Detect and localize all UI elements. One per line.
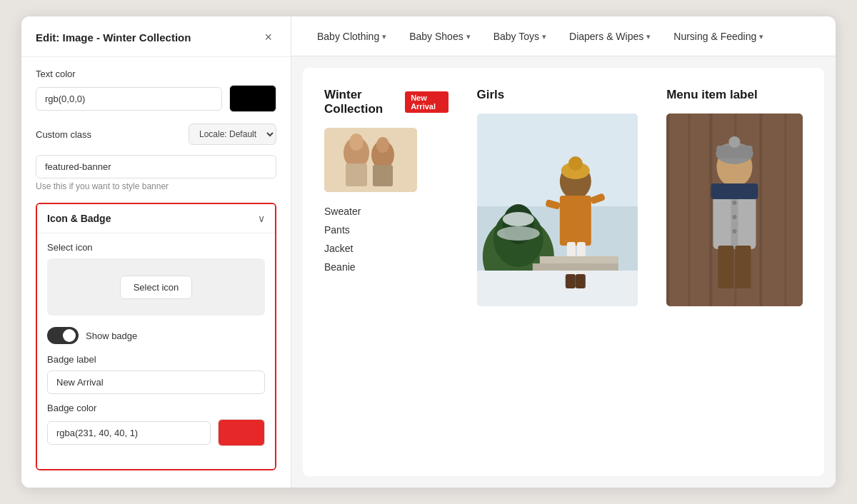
nav-label-nursing: Nursing & Feeding: [673, 31, 756, 42]
winter-collection-title: Winter Collection: [324, 88, 398, 116]
list-item-jacket[interactable]: Jacket: [324, 239, 448, 258]
svg-rect-16: [559, 196, 591, 246]
svg-rect-31: [688, 114, 691, 306]
text-color-swatch[interactable]: [229, 85, 276, 112]
nav-bar: Baby Clothing ▾ Baby Shoes ▾ Baby Toys ▾…: [291, 16, 836, 56]
winter-collection-items-list: Sweater Pants Jacket Beanie: [324, 202, 448, 276]
nav-label-baby-shoes: Baby Shoes: [409, 31, 463, 42]
app-container: Edit: Image - Winter Collection × Text c…: [21, 16, 836, 488]
girls-title: Girls: [477, 88, 638, 102]
svg-rect-0: [324, 128, 417, 192]
winter-collection-column: Winter Collection New Arrival: [324, 88, 448, 306]
menu-preview-columns: Winter Collection New Arrival: [324, 88, 803, 306]
svg-point-45: [733, 201, 737, 205]
svg-rect-8: [477, 114, 638, 206]
menu-item-label-column: Menu item label: [666, 88, 803, 306]
nav-label-baby-clothing: Baby Clothing: [317, 31, 379, 42]
svg-point-44: [729, 136, 741, 148]
svg-rect-14: [477, 271, 638, 306]
text-color-label: Text color: [36, 69, 276, 79]
badge-color-swatch[interactable]: [218, 419, 265, 446]
nav-arrow-diapers: ▾: [646, 32, 651, 41]
select-icon-button[interactable]: Select icon: [120, 276, 193, 299]
nav-item-baby-shoes[interactable]: Baby Shoes ▾: [398, 16, 482, 56]
list-item-sweater[interactable]: Sweater: [324, 202, 448, 221]
right-panel: Baby Clothing ▾ Baby Shoes ▾ Baby Toys ▾…: [291, 16, 836, 488]
badge-label-input[interactable]: [47, 371, 265, 394]
select-icon-group: Select icon Select icon: [47, 242, 265, 316]
menu-item-label-image: [666, 114, 803, 306]
panel-body: Text color Custom class Locale: Default …: [21, 57, 291, 488]
girls-image: [477, 114, 638, 306]
svg-rect-40: [718, 246, 734, 288]
nav-item-baby-toys[interactable]: Baby Toys ▾: [482, 16, 558, 56]
locale-select[interactable]: Locale: Default: [189, 124, 276, 145]
badge-color-label: Badge color: [47, 403, 265, 413]
nav-arrow-baby-shoes: ▾: [466, 32, 471, 41]
svg-point-47: [733, 229, 737, 233]
icon-badge-section: Icon & Badge ∨ Select icon Select icon: [36, 203, 276, 470]
svg-point-46: [733, 215, 737, 219]
svg-rect-30: [667, 114, 670, 306]
menu-item-svg: [666, 114, 803, 306]
menu-item-label-title: Menu item label: [666, 88, 803, 102]
custom-class-label: Custom class: [36, 129, 181, 140]
custom-class-group: Custom class Locale: Default Use this if…: [36, 124, 276, 191]
svg-rect-6: [373, 165, 393, 186]
svg-point-13: [496, 226, 539, 241]
text-color-group: Text color: [36, 69, 276, 112]
custom-class-input[interactable]: [36, 155, 276, 178]
nav-arrow-baby-clothing: ▾: [382, 32, 386, 41]
badge-label-field-label: Badge label: [47, 354, 265, 365]
show-badge-toggle[interactable]: [47, 327, 79, 344]
badge-color-row: [47, 419, 265, 446]
girls-column: Girls: [477, 88, 638, 306]
nav-label-baby-toys: Baby Toys: [493, 31, 539, 42]
nav-item-diapers[interactable]: Diapers & Wipes ▾: [558, 16, 662, 56]
text-color-input[interactable]: [36, 87, 222, 111]
svg-point-12: [502, 212, 533, 226]
winter-collection-svg: [324, 128, 417, 192]
svg-point-22: [568, 156, 582, 171]
nav-arrow-nursing: ▾: [759, 32, 763, 41]
badge-color-input[interactable]: [47, 421, 211, 445]
girls-svg: [477, 114, 638, 306]
color-row: [36, 85, 276, 112]
list-item-pants[interactable]: Pants: [324, 221, 448, 239]
svg-rect-35: [785, 114, 787, 306]
winter-collection-image-inner: [324, 128, 417, 192]
icon-badge-header[interactable]: Icon & Badge ∨: [37, 204, 275, 233]
nav-item-nursing[interactable]: Nursing & Feeding ▾: [662, 16, 775, 56]
svg-rect-20: [575, 274, 585, 288]
chevron-down-icon: ∨: [258, 213, 265, 224]
panel-title: Edit: Image - Winter Collection: [36, 31, 191, 44]
toggle-knob: [63, 329, 76, 342]
svg-rect-39: [711, 183, 758, 199]
svg-rect-41: [736, 246, 751, 288]
icon-picker-area: Select icon: [47, 258, 265, 316]
close-button[interactable]: ×: [260, 29, 276, 45]
svg-rect-32: [710, 114, 713, 306]
select-icon-label: Select icon: [47, 242, 265, 253]
winter-collection-heading: Winter Collection New Arrival: [324, 88, 448, 116]
nav-arrow-baby-toys: ▾: [542, 32, 546, 41]
list-item-beanie[interactable]: Beanie: [324, 258, 448, 276]
nav-item-baby-clothing[interactable]: Baby Clothing ▾: [306, 16, 398, 56]
nav-label-diapers: Diapers & Wipes: [569, 31, 643, 42]
svg-rect-3: [346, 163, 367, 186]
icon-badge-title: Icon & Badge: [47, 213, 111, 224]
icon-badge-body: Select icon Select icon Show badge: [37, 233, 275, 469]
custom-class-header-row: Custom class Locale: Default: [36, 124, 276, 145]
left-panel: Edit: Image - Winter Collection × Text c…: [21, 16, 291, 488]
svg-point-5: [376, 137, 389, 153]
show-badge-label: Show badge: [86, 331, 137, 341]
svg-point-2: [349, 133, 364, 151]
new-arrival-badge: New Arrival: [405, 91, 448, 113]
winter-collection-image: [324, 128, 417, 192]
show-badge-row: Show badge: [47, 327, 265, 344]
svg-rect-26: [532, 263, 618, 271]
svg-rect-34: [760, 114, 763, 306]
custom-class-hint: Use this if you want to style banner: [36, 181, 276, 191]
badge-color-group: Badge color: [47, 403, 265, 446]
panel-header: Edit: Image - Winter Collection ×: [21, 16, 291, 57]
